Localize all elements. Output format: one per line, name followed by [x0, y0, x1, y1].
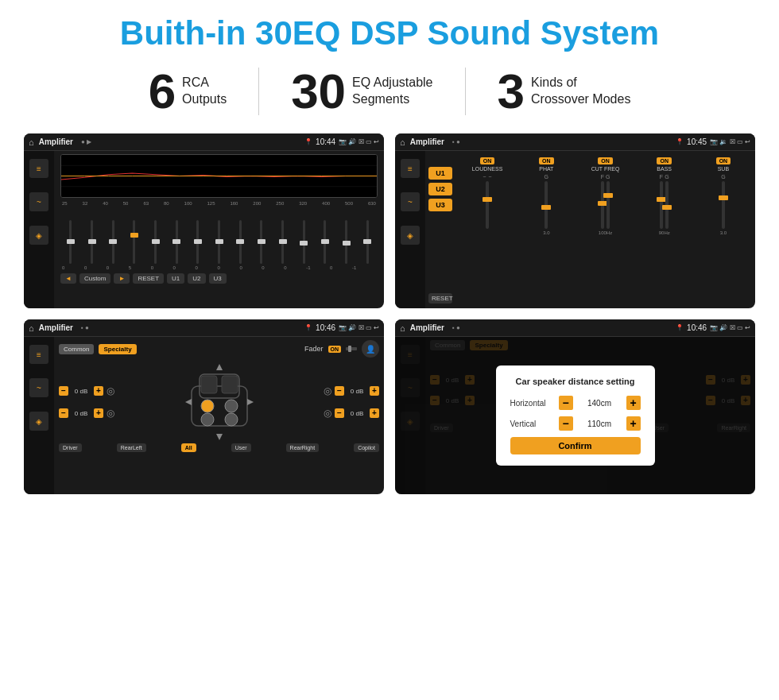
prev-btn[interactable]: ◄ [60, 273, 76, 284]
screen-distance: ⌂ Amplifier ▪ ● 📍 10:46 📷 🔊 ☒ ▭ ↩ ≡ ~ ◈ [395, 319, 755, 494]
loudness-on[interactable]: ON [480, 157, 495, 164]
rr-plus[interactable]: + [370, 408, 379, 418]
user-btn[interactable]: User [231, 443, 251, 452]
sidebar-speaker-icon[interactable]: ◈ [29, 226, 48, 245]
sidebar3-speaker-icon[interactable]: ◈ [29, 412, 48, 431]
stat-eq: 30 EQ Adjustable Segments [259, 67, 464, 116]
bass-slider-g[interactable] [665, 181, 669, 229]
crossover-reset-btn[interactable]: RESET [428, 293, 452, 304]
vert-minus-btn[interactable]: − [559, 416, 573, 431]
slider-col-0 [62, 220, 79, 264]
svg-point-10 [201, 413, 214, 426]
slider-col-8 [231, 220, 249, 264]
sub-slider[interactable] [722, 181, 725, 229]
rr-minus[interactable]: − [335, 408, 344, 418]
loudness-col: ON LOUDNESS ~~ [460, 157, 514, 305]
bass-on[interactable]: ON [657, 157, 672, 164]
eq-sliders [60, 208, 378, 264]
rearright-btn[interactable]: RearRight [286, 443, 320, 452]
svg-rect-6 [201, 376, 217, 393]
sidebar3-wave-icon[interactable]: ~ [29, 378, 48, 397]
dialog-vertical-row: Vertical − 110cm + [510, 416, 641, 431]
sidebar2-wave-icon[interactable]: ~ [401, 192, 420, 211]
screen4-time: 10:46 [687, 323, 707, 332]
cutfreq-slider-g[interactable] [607, 181, 610, 229]
sidebar2-speaker-icon[interactable]: ◈ [401, 226, 420, 245]
phat-slider[interactable] [545, 181, 548, 229]
fl-plus[interactable]: + [94, 386, 103, 396]
car-diagram [184, 362, 255, 442]
distance-dialog: Car speaker distance setting Horizontal … [496, 365, 655, 466]
cutfreq-col: ON CUT FREQ FG 100Hz [578, 157, 632, 305]
sub-label: SUB [718, 166, 729, 172]
fl-minus[interactable]: − [59, 386, 68, 396]
horiz-value: 140cm [576, 399, 623, 408]
all-btn[interactable]: All [181, 443, 196, 452]
rearleft-btn[interactable]: RearLeft [117, 443, 146, 452]
stat-crossover: 3 Kinds of Crossover Modes [466, 67, 663, 116]
rr-db-val: 0 dB [346, 410, 368, 417]
confirm-button[interactable]: Confirm [510, 437, 641, 454]
slider-col-4 [147, 220, 165, 264]
slider-col-7 [211, 220, 228, 264]
u2-btn[interactable]: U2 [188, 273, 205, 284]
sidebar2-eq-icon[interactable]: ≡ [401, 159, 420, 178]
distance-dialog-overlay: Car speaker distance setting Horizontal … [395, 337, 755, 494]
u1-channel-btn[interactable]: U1 [428, 167, 452, 180]
stat-eq-text: EQ Adjustable Segments [352, 75, 432, 108]
fader-on[interactable]: ON [328, 346, 342, 353]
u3-channel-btn[interactable]: U3 [428, 199, 452, 211]
slider-col-3 [126, 220, 143, 264]
stat-rca: 6 RCA Outputs [117, 67, 259, 116]
screen3-topbar: ⌂ Amplifier ▪ ● 📍 10:46 📷 🔊 ☒ ▭ ↩ [24, 319, 384, 337]
rr-speaker-control: ◎ − 0 dB + [324, 408, 379, 419]
cutfreq-on[interactable]: ON [598, 157, 613, 164]
screen1-sidebar: ≡ ~ ◈ [24, 151, 54, 308]
u1-btn[interactable]: U1 [167, 273, 184, 284]
fr-minus[interactable]: − [335, 386, 344, 396]
loudness-slider[interactable] [486, 181, 489, 229]
rl-plus[interactable]: + [94, 408, 103, 418]
vert-value: 110cm [576, 420, 623, 428]
screen3-time: 10:46 [316, 323, 335, 332]
svg-marker-14 [185, 399, 192, 405]
common-btn[interactable]: Common [59, 344, 94, 354]
vert-plus-btn[interactable]: + [626, 416, 641, 431]
screen-crossover: ⌂ Amplifier ▪ ● 📍 10:45 📷 🔉 ☒ ▭ ↩ ≡ ~ ◈ … [395, 133, 755, 308]
copilot-btn[interactable]: Copilot [354, 443, 379, 452]
fr-plus[interactable]: + [370, 386, 379, 396]
phat-on[interactable]: ON [539, 157, 554, 164]
stat-rca-number: 6 [149, 67, 176, 116]
horiz-plus-btn[interactable]: + [626, 396, 641, 410]
main-title: Buith-in 30EQ DSP Sound System [24, 14, 755, 52]
sidebar-eq-icon[interactable]: ≡ [29, 159, 48, 178]
next-btn[interactable]: ► [114, 273, 130, 284]
u3-btn[interactable]: U3 [209, 273, 227, 284]
svg-marker-12 [216, 364, 223, 370]
specialty-btn[interactable]: Specialty [99, 344, 136, 354]
stat-eq-number: 30 [291, 67, 346, 116]
reset-btn[interactable]: RESET [133, 273, 164, 284]
rl-minus[interactable]: − [59, 408, 68, 418]
slider-col-12 [316, 220, 334, 264]
home-icon3: ⌂ [29, 323, 34, 333]
sidebar-wave-icon[interactable]: ~ [29, 192, 48, 211]
driver-btn[interactable]: Driver [59, 443, 82, 452]
screen3-appname: Amplifier [39, 323, 73, 332]
horiz-minus-btn[interactable]: − [559, 396, 573, 410]
u2-channel-btn[interactable]: U2 [428, 183, 452, 195]
screen2-time: 10:45 [687, 137, 707, 146]
home-icon2: ⌂ [400, 137, 405, 147]
horiz-label: Horizontal [510, 399, 554, 408]
stats-row: 6 RCA Outputs 30 EQ Adjustable Segments … [24, 67, 755, 116]
eq-freq-labels: 253240506380100125160200250320400500630 [60, 201, 378, 206]
vert-label: Vertical [510, 420, 554, 428]
svg-point-8 [201, 400, 214, 412]
sidebar3-eq-icon[interactable]: ≡ [29, 345, 48, 364]
sub-on[interactable]: ON [716, 157, 731, 164]
cutfreq-slider-f[interactable] [601, 181, 604, 229]
home-icon4: ⌂ [400, 323, 405, 333]
fl-db-val: 0 dB [70, 388, 92, 395]
stat-crossover-text: Kinds of Crossover Modes [531, 75, 630, 108]
fader-area: Common Specialty Fader ON 👤 [54, 337, 384, 494]
